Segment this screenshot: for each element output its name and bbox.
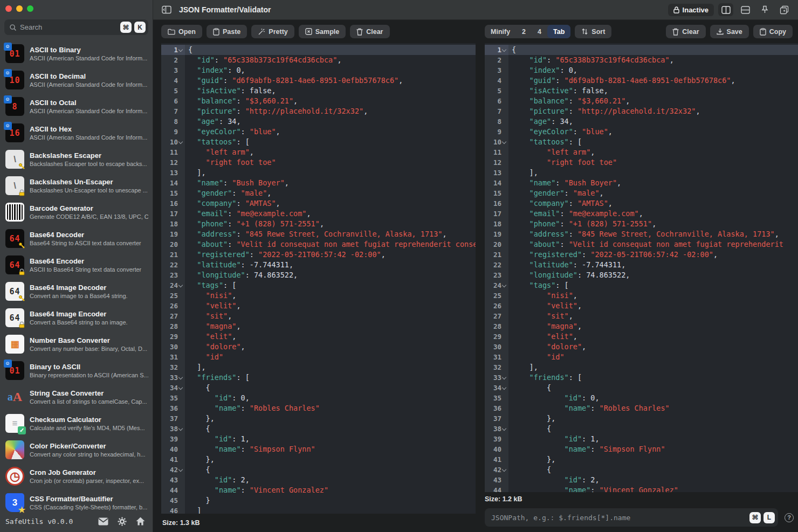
code-text[interactable]: "elit", bbox=[508, 331, 577, 342]
code-text[interactable]: "gender": "male", bbox=[185, 188, 271, 198]
code-text[interactable]: "id" bbox=[185, 352, 223, 362]
code-text[interactable]: "dolore", bbox=[185, 342, 245, 352]
code-text[interactable]: ], bbox=[508, 362, 538, 372]
code-text[interactable]: "guid": "d6f9abfb-8281-4ae6-8951-0efbb57… bbox=[508, 75, 735, 86]
code-text[interactable]: "id": 1, bbox=[508, 434, 600, 444]
code-text[interactable]: "balance": "$3,660.21", bbox=[185, 96, 298, 106]
fold-chevron-icon[interactable] bbox=[501, 428, 507, 430]
sidebar-item-cron-job-generator[interactable]: ◷Cron Job GeneratorCron job (or crontab)… bbox=[3, 463, 150, 489]
fold-chevron-icon[interactable] bbox=[501, 285, 507, 287]
code-text[interactable]: "company": "AMTAS", bbox=[508, 198, 613, 209]
sidebar-item-color-picker-converter[interactable]: Color Picker/ConverterConvert any color … bbox=[3, 437, 150, 463]
code-text[interactable]: ], bbox=[185, 362, 206, 372]
code-text[interactable]: "company": "AMTAS", bbox=[185, 198, 280, 209]
fold-chevron-icon[interactable] bbox=[178, 387, 183, 389]
paste-button[interactable]: Paste bbox=[207, 25, 247, 38]
jsonpath-input[interactable] bbox=[491, 514, 747, 522]
code-text[interactable]: "elit", bbox=[185, 331, 236, 342]
sidebar-item-backslashes-escaper[interactable]: \Backslashes EscaperBackslashes Escaper … bbox=[3, 146, 150, 172]
code-text[interactable]: "eyeColor": "blue", bbox=[508, 127, 613, 137]
code-text[interactable]: "id": 0, bbox=[508, 393, 600, 403]
search-bar[interactable]: ⌘ K bbox=[4, 19, 148, 35]
code-text[interactable]: "latitude": -7.744311, bbox=[185, 260, 293, 270]
code-text[interactable]: "phone": "+1 (828) 571-2551", bbox=[508, 219, 656, 229]
fold-chevron-icon[interactable] bbox=[501, 387, 507, 389]
sidebar-item-backslashes-un-escaper[interactable]: \Backslashes Un-EscaperBackslashes Un-Es… bbox=[3, 172, 150, 199]
split-vertical-button[interactable] bbox=[718, 3, 733, 16]
code-text[interactable]: "sit", bbox=[185, 311, 232, 321]
code-text[interactable]: "tags": [ bbox=[508, 280, 569, 291]
json-output-editor[interactable]: 1{2 "id": "65c338b373c19f64cd36cbca",3 "… bbox=[485, 43, 798, 492]
code-text[interactable]: "tattoos": [ bbox=[508, 137, 582, 147]
code-text[interactable]: { bbox=[508, 45, 516, 55]
code-text[interactable]: "isActive": false, bbox=[508, 86, 608, 96]
sidebar-item-ascii-to-decimal[interactable]: 10☺ASCII to DecimalASCII (American Stand… bbox=[3, 67, 150, 93]
sidebar-item-ascii-to-octal[interactable]: 8☺ASCII to OctalASCII (American Standard… bbox=[3, 93, 150, 120]
code-text[interactable]: "email": "me@example.com", bbox=[185, 209, 311, 219]
code-text[interactable]: "age": 34, bbox=[508, 116, 573, 127]
code-text[interactable]: "name": "Simpson Flynn" bbox=[185, 444, 315, 454]
code-text[interactable]: "magna", bbox=[508, 321, 582, 331]
code-text[interactable]: "left arm", bbox=[508, 147, 595, 157]
code-text[interactable]: "id": 2, bbox=[185, 475, 250, 485]
json-input-editor[interactable]: 1{2 "id": "65c338b373c19f64cd36cbca",3 "… bbox=[161, 43, 476, 514]
code-text[interactable]: "id" bbox=[508, 352, 565, 362]
code-text[interactable]: "email": "me@example.com", bbox=[508, 209, 643, 219]
code-text[interactable]: "registered": "2022-05-21T06:57:42 -02:0… bbox=[185, 250, 386, 260]
code-text[interactable]: "id": 2, bbox=[508, 475, 600, 485]
code-text[interactable]: "balance": "$3,660.21", bbox=[508, 96, 630, 106]
minimize-window-button[interactable] bbox=[16, 5, 23, 12]
code-text[interactable]: { bbox=[185, 383, 210, 393]
code-text[interactable]: { bbox=[185, 424, 210, 434]
code-text[interactable]: "id": "65c338b373c19f64cd36cbca", bbox=[185, 55, 342, 65]
code-text[interactable]: "tattoos": [ bbox=[185, 137, 250, 147]
code-text[interactable]: "index": 0, bbox=[508, 65, 577, 75]
code-text[interactable]: "guid": "d6f9abfb-8281-4ae6-8951-0efbb57… bbox=[185, 75, 403, 86]
code-text[interactable]: "isActive": false, bbox=[185, 86, 276, 96]
code-text[interactable]: "age": 34, bbox=[185, 116, 241, 127]
fold-chevron-icon[interactable] bbox=[178, 141, 183, 143]
code-text[interactable]: "id": 1, bbox=[185, 434, 250, 444]
save-button[interactable]: Save bbox=[710, 25, 749, 38]
sidebar-item-base64-decoder[interactable]: 64Base64 DecoderBase64 String to ASCII t… bbox=[3, 225, 150, 252]
code-text[interactable]: }, bbox=[185, 454, 215, 465]
sidebar-item-binary-to-ascii[interactable]: 01☺Binary to ASCIIBinary representation … bbox=[3, 357, 150, 384]
sidebar-item-checksum-calculator[interactable]: ≡✓Checksum CalculatorCalculate and verif… bbox=[3, 410, 150, 437]
sidebar-item-base64-image-encoder[interactable]: 64Base64 Image EncoderConvert a Base64 s… bbox=[3, 305, 150, 331]
code-text[interactable]: ] bbox=[185, 506, 201, 514]
code-text[interactable]: ], bbox=[185, 168, 206, 178]
fold-chevron-icon[interactable] bbox=[178, 285, 183, 287]
sort-button[interactable]: Sort bbox=[575, 25, 611, 38]
code-text[interactable]: "friends": [ bbox=[185, 372, 250, 383]
segment-tab[interactable]: Tab bbox=[547, 25, 570, 38]
code-text[interactable]: "name": "Vincent Gonzalez" bbox=[508, 485, 678, 492]
sidebar-item-string-case-converter[interactable]: aAString Case ConverterConvert a list of… bbox=[3, 384, 150, 410]
code-text[interactable]: "velit", bbox=[508, 301, 582, 311]
code-text[interactable]: { bbox=[508, 424, 551, 434]
gear-icon[interactable] bbox=[118, 517, 127, 526]
sidebar-toggle-icon[interactable] bbox=[162, 5, 171, 14]
fold-chevron-icon[interactable] bbox=[501, 469, 507, 471]
segment-2[interactable]: 2 bbox=[516, 25, 532, 38]
code-text[interactable]: "name": "Robles Charles" bbox=[185, 403, 320, 413]
code-text[interactable]: "sit", bbox=[508, 311, 573, 321]
code-text[interactable]: "phone": "+1 (828) 571-2551", bbox=[185, 219, 324, 229]
code-text[interactable]: "gender": "male", bbox=[508, 188, 604, 198]
sidebar-item-number-base-converter[interactable]: ▦Number Base ConverterConvert any number… bbox=[3, 331, 150, 357]
fold-chevron-icon[interactable] bbox=[178, 428, 183, 430]
sidebar-item-barcode-generator[interactable]: Barcode GeneratorGenerate CODE12 A/B/C, … bbox=[3, 199, 150, 225]
code-text[interactable]: "velit", bbox=[185, 301, 241, 311]
zoom-window-button[interactable] bbox=[27, 5, 33, 12]
fold-chevron-icon[interactable] bbox=[501, 141, 507, 143]
code-text[interactable]: "id": "65c338b373c19f64cd36cbca", bbox=[508, 55, 674, 65]
fold-chevron-icon[interactable] bbox=[178, 469, 183, 471]
code-text[interactable]: "address": "845 Rewe Street, Cochranvill… bbox=[508, 229, 779, 239]
code-text[interactable]: { bbox=[508, 465, 551, 475]
sidebar-item-base64-encoder[interactable]: 64Base64 EncoderASCII to Base64 String t… bbox=[3, 252, 150, 278]
code-text[interactable]: }, bbox=[508, 454, 555, 465]
code-text[interactable]: "picture": "http://placehold.it/32x32", bbox=[185, 106, 368, 116]
sample-button[interactable]: Sample bbox=[299, 25, 346, 38]
search-input[interactable] bbox=[20, 23, 118, 31]
code-text[interactable]: "nisi", bbox=[508, 291, 577, 301]
sidebar-item-ascii-to-binary[interactable]: 01☺ASCII to BinaryASCII (American Standa… bbox=[3, 40, 150, 67]
